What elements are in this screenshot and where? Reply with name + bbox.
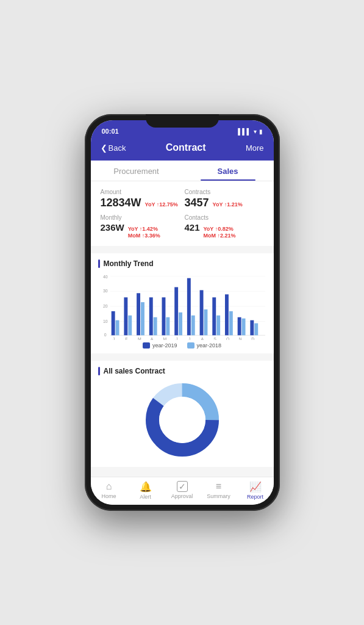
summary-icon: ≡ bbox=[216, 481, 221, 492]
status-icons: ▌▌▌ ▾ ▮ bbox=[238, 128, 262, 135]
nav-approval[interactable]: ✓ Approval bbox=[164, 481, 201, 500]
contacts-value: 421 bbox=[185, 222, 200, 233]
svg-rect-15 bbox=[140, 302, 144, 335]
contracts-stat: Contracts 3457 YoY ↑1.21% bbox=[185, 189, 264, 209]
amount-yoy: YoY ↑12.75% bbox=[145, 201, 178, 208]
header: ❮ Back Contract More bbox=[91, 137, 274, 161]
report-icon: 📈 bbox=[249, 481, 262, 493]
svg-rect-25 bbox=[204, 309, 207, 335]
legend-2019: year-2019 bbox=[143, 342, 177, 349]
status-time: 00:01 bbox=[102, 128, 119, 135]
nav-summary[interactable]: ≡ Summary bbox=[201, 481, 237, 500]
svg-rect-32 bbox=[250, 320, 254, 336]
svg-text:N: N bbox=[238, 337, 241, 340]
title-bar-icon bbox=[98, 259, 100, 268]
svg-text:J: J bbox=[188, 337, 190, 340]
monthly-row: 236W YoY ↑1.42% MoM ↑3.36% bbox=[101, 222, 180, 239]
svg-rect-23 bbox=[191, 316, 194, 336]
amount-label: Amount bbox=[101, 189, 180, 195]
svg-rect-24 bbox=[199, 290, 203, 335]
svg-text:O: O bbox=[226, 337, 229, 340]
svg-rect-26 bbox=[212, 297, 216, 335]
svg-rect-21 bbox=[179, 312, 182, 335]
svg-text:30: 30 bbox=[102, 289, 107, 293]
legend-2018-color bbox=[187, 342, 194, 349]
svg-text:A: A bbox=[150, 337, 153, 340]
monthly-trend-section: Monthly Trend 40 30 20 10 0 bbox=[91, 253, 274, 353]
monthly-label: Monthly bbox=[101, 214, 180, 221]
svg-text:20: 20 bbox=[102, 304, 107, 308]
divider-1 bbox=[91, 246, 274, 250]
svg-rect-12 bbox=[124, 297, 127, 335]
svg-text:J: J bbox=[112, 337, 114, 340]
chart-legend: year-2019 year-2018 bbox=[98, 342, 266, 349]
svg-text:M: M bbox=[138, 337, 141, 340]
phone-frame: 00:01 ▌▌▌ ▾ ▮ ❮ Back Contract More Procu… bbox=[85, 114, 280, 511]
svg-point-49 bbox=[159, 397, 205, 443]
amount-row: 12834W YoY ↑12.75% bbox=[101, 197, 180, 209]
contracts-row: 3457 YoY ↑1.21% bbox=[185, 197, 264, 209]
amount-value: 12834W bbox=[101, 197, 141, 209]
all-sales-section: All sales Contract bbox=[91, 361, 274, 467]
contacts-sub: YoY ↑0.82% MoM ↑2.21% bbox=[204, 226, 236, 239]
svg-text:S: S bbox=[213, 337, 216, 340]
more-button[interactable]: More bbox=[246, 143, 264, 153]
legend-2018: year-2018 bbox=[187, 342, 222, 349]
amount-stat: Amount 12834W YoY ↑12.75% bbox=[101, 189, 180, 209]
svg-rect-16 bbox=[149, 297, 152, 335]
bottom-nav: ⌂ Home 🔔 Alert ✓ Approval ≡ Summary 📈 Re… bbox=[91, 477, 274, 505]
legend-2019-color bbox=[143, 342, 150, 349]
nav-alert[interactable]: 🔔 Alert bbox=[127, 481, 164, 500]
svg-rect-27 bbox=[216, 316, 220, 336]
svg-rect-17 bbox=[153, 317, 157, 336]
notch bbox=[146, 114, 219, 128]
svg-text:M: M bbox=[163, 337, 166, 340]
contracts-label: Contracts bbox=[185, 189, 264, 195]
svg-rect-31 bbox=[241, 319, 245, 336]
svg-text:A: A bbox=[201, 337, 204, 340]
home-icon: ⌂ bbox=[106, 481, 112, 492]
alert-label: Alert bbox=[140, 494, 151, 500]
title-bar-icon-2 bbox=[98, 367, 100, 375]
svg-rect-29 bbox=[229, 311, 232, 335]
monthly-sub: YoY ↑1.42% MoM ↑3.36% bbox=[128, 226, 160, 239]
phone-screen: 00:01 ▌▌▌ ▾ ▮ ❮ Back Contract More Procu… bbox=[91, 120, 274, 505]
bar-chart-svg: 40 30 20 10 0 bbox=[98, 273, 266, 340]
contracts-yoy: YoY ↑1.21% bbox=[213, 201, 243, 208]
svg-rect-33 bbox=[254, 323, 258, 336]
svg-rect-22 bbox=[187, 278, 190, 336]
all-sales-title: All sales Contract bbox=[98, 367, 266, 375]
tab-sales[interactable]: Sales bbox=[182, 161, 274, 181]
tab-procurement[interactable]: Procurement bbox=[91, 161, 182, 181]
wifi-icon: ▾ bbox=[254, 128, 257, 135]
nav-home[interactable]: ⌂ Home bbox=[91, 481, 127, 500]
stats-grid: Amount 12834W YoY ↑12.75% Contracts 3457… bbox=[101, 189, 264, 239]
divider-2 bbox=[91, 353, 274, 357]
main-content: Amount 12834W YoY ↑12.75% Contracts 3457… bbox=[91, 181, 274, 477]
approval-label: Approval bbox=[171, 493, 193, 499]
contacts-label: Contacts bbox=[185, 214, 264, 221]
svg-rect-28 bbox=[224, 294, 228, 335]
svg-text:40: 40 bbox=[102, 275, 107, 279]
report-label: Report bbox=[247, 494, 263, 500]
svg-rect-11 bbox=[115, 320, 119, 336]
monthly-stat: Monthly 236W YoY ↑1.42% MoM ↑3.36% bbox=[101, 214, 180, 239]
svg-rect-30 bbox=[237, 317, 241, 336]
contracts-value: 3457 bbox=[185, 197, 209, 209]
back-label: Back bbox=[109, 143, 126, 153]
signal-icon: ▌▌▌ bbox=[238, 128, 251, 135]
battery-icon: ▮ bbox=[259, 128, 263, 135]
summary-label: Summary bbox=[207, 493, 230, 499]
svg-rect-13 bbox=[128, 316, 132, 336]
alert-icon: 🔔 bbox=[140, 481, 152, 493]
back-button[interactable]: ❮ Back bbox=[101, 143, 126, 153]
donut-chart-svg bbox=[143, 380, 222, 460]
tab-bar: Procurement Sales bbox=[91, 161, 274, 181]
nav-report[interactable]: 📈 Report bbox=[237, 481, 274, 500]
svg-text:D: D bbox=[251, 337, 254, 340]
contacts-mom: MoM ↑2.21% bbox=[204, 233, 236, 239]
approval-icon: ✓ bbox=[177, 481, 188, 492]
page-title: Contract bbox=[166, 142, 206, 153]
svg-rect-10 bbox=[111, 311, 115, 335]
donut-chart bbox=[98, 380, 266, 460]
